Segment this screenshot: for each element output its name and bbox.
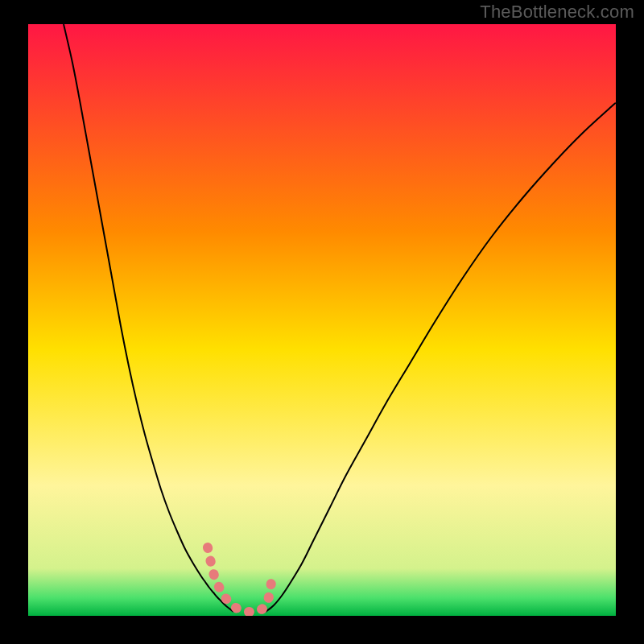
plot-background (28, 24, 616, 616)
bottleneck-chart (0, 0, 644, 644)
chart-frame: TheBottleneck.com (0, 0, 644, 644)
watermark-text: TheBottleneck.com (480, 2, 634, 23)
